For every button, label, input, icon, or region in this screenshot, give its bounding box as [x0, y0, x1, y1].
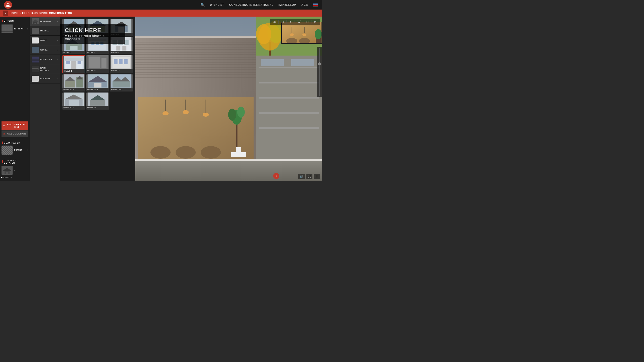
category-rain-gutter[interactable]: RAIN GUTTER › [30, 64, 60, 74]
category-roof-tile[interactable]: ROOF TILE › [30, 55, 60, 64]
svg-rect-49 [71, 61, 76, 69]
model-item-modell12a[interactable]: Modell 12 A [62, 74, 85, 92]
calculation-button[interactable]: % CALCULATION [2, 130, 28, 137]
category-window[interactable]: WIND... › [30, 45, 60, 55]
bricks-section-title: BRICKS [0, 19, 30, 23]
category-building-arrow: › [57, 20, 58, 23]
toolbar-target-icon[interactable]: ⊕ [272, 20, 277, 24]
svg-point-106 [183, 110, 189, 114]
model-item-modell13a[interactable]: Modell 13 A [110, 74, 133, 92]
svg-point-133 [299, 38, 310, 44]
nav-impressum[interactable]: IMPRESSUM [278, 3, 296, 6]
volume-button[interactable]: 🔊 [298, 174, 305, 179]
model-label-modell9: Modell 9 [63, 69, 85, 73]
category-window-arrow: › [57, 49, 58, 51]
category-rain-gutter-thumb [32, 66, 39, 72]
toolbar-image-icon[interactable]: 🖼 [296, 20, 302, 24]
action-buttons: + ADD BRICK TO MIX % CALCULATION [0, 120, 30, 138]
svg-point-139 [315, 29, 322, 39]
main-layout: BRICKS R 736 NF › + ADD BRICK TO MIX % C… [0, 17, 322, 181]
model-thumb-modell11 [110, 55, 133, 69]
toolbar-zoom-out-icon[interactable]: ⊖ [280, 20, 285, 24]
toolbar-sun-icon[interactable]: ✦ [288, 20, 293, 24]
model-thumb-modell12a [62, 74, 85, 88]
nav-consulting[interactable]: CONSULTING INTERNATIONAL [229, 3, 273, 6]
model-item-modell12b[interactable]: Modell 12 B [86, 74, 109, 92]
category-plaster[interactable]: PLASTER › [30, 74, 60, 83]
svg-rect-97 [135, 77, 256, 78]
breadcrumb-home[interactable]: HOME [10, 12, 18, 15]
svg-rect-115 [135, 36, 256, 38]
svg-rect-53 [89, 57, 100, 68]
nav-wishlist[interactable]: WISHLIST [210, 3, 224, 6]
model-item-modell14[interactable]: Modell 14 [86, 93, 109, 110]
svg-point-120 [256, 24, 271, 44]
toolbar-divider-3 [295, 20, 295, 24]
language-flag[interactable] [313, 3, 318, 7]
brick-arrow-icon: › [27, 27, 28, 30]
svg-rect-12 [32, 60, 39, 61]
plus-icon: + [3, 124, 5, 128]
model-thumb-modell14 [86, 93, 109, 106]
building-details-title: BUILDING DETAILS [0, 158, 30, 165]
paver-thumbnail [2, 146, 13, 155]
category-menu: BUILDING › MANS... › MORT... › WIND... › [30, 17, 60, 181]
building-detail-item[interactable]: › [0, 165, 30, 176]
model-item-modell10[interactable]: Modell 10 [86, 55, 109, 73]
more-options-button[interactable]: ⋮ [314, 174, 320, 179]
fullscreen-button[interactable]: ⛶ [306, 174, 312, 179]
nav-agb[interactable]: AGB [301, 3, 308, 6]
svg-point-100 [150, 146, 171, 159]
model-thumb-modell13b [62, 93, 85, 106]
click-here-overlay: CLICK HERE MAKE SURE "BUILDING" IS CHOOS… [60, 24, 125, 44]
model-item-modell11[interactable]: Modell 11 [110, 55, 133, 73]
paver-item[interactable]: P609KF › [0, 145, 30, 156]
svg-rect-80 [90, 100, 105, 106]
model-label-modell12a: Modell 12 A [62, 88, 85, 92]
svg-rect-92 [135, 64, 256, 65]
brick-item[interactable]: R 736 NF › [0, 23, 30, 34]
svg-rect-129 [135, 160, 322, 181]
vertical-slider[interactable] [317, 47, 322, 97]
toolbar-frame-icon[interactable]: ⊟ [305, 20, 310, 24]
svg-rect-9 [34, 23, 36, 24]
svg-rect-31 [70, 46, 77, 50]
play-button-mini[interactable]: ▶ [1, 176, 3, 178]
model-label-modell6: Modell 6 [62, 51, 85, 54]
model-label-modell11: Modell 11 [110, 69, 133, 72]
svg-rect-84 [135, 44, 256, 45]
model-label-modell14: Modell 14 [86, 106, 109, 110]
svg-rect-88 [135, 54, 256, 55]
logo[interactable] [4, 1, 12, 9]
svg-rect-125 [259, 112, 319, 114]
category-mortar[interactable]: MORT... › [30, 36, 60, 45]
category-mortar-arrow: › [57, 39, 58, 42]
svg-rect-11 [32, 59, 39, 60]
svg-rect-85 [135, 47, 256, 48]
back-button[interactable]: ‹ [3, 11, 8, 16]
paver-label: P609KF [14, 149, 26, 151]
toolbar-refresh-icon[interactable]: ↺ [313, 20, 318, 24]
svg-rect-73 [113, 81, 130, 87]
click-here-subtitle: MAKE SURE "BUILDING" IS CHOOSEN [65, 35, 120, 41]
model-item-modell9[interactable]: Modell 9 [62, 55, 85, 73]
video-controls-mini: ▶ 0:09 / 3:23 [0, 176, 30, 179]
svg-rect-13 [32, 62, 39, 63]
breadcrumb-current: FELDHAUS BRICK CONFIGURATOR [22, 12, 72, 15]
model-label-modell10: Modell 10 [86, 69, 109, 72]
svg-point-104 [163, 111, 169, 115]
category-plaster-thumb [32, 76, 39, 82]
category-building[interactable]: BUILDING › [30, 17, 60, 26]
svg-rect-54 [101, 58, 106, 68]
model-item-modell13b[interactable]: Modell 13 B [62, 93, 85, 110]
category-mansard[interactable]: MANS... › [30, 26, 60, 36]
category-mansard-label: MANS... [40, 30, 55, 32]
info-button[interactable]: i [273, 173, 279, 179]
category-window-thumb [32, 47, 39, 53]
add-brick-button[interactable]: + ADD BRICK TO MIX [2, 121, 28, 130]
category-roof-thumb [32, 57, 39, 63]
clay-paver-title: CLAY PAVER [0, 141, 30, 145]
center-panel: BUILDING › MANS... › MORT... › WIND... › [30, 17, 135, 181]
category-window-label: WIND... [40, 49, 55, 51]
search-icon[interactable]: 🔍 [200, 3, 205, 7]
